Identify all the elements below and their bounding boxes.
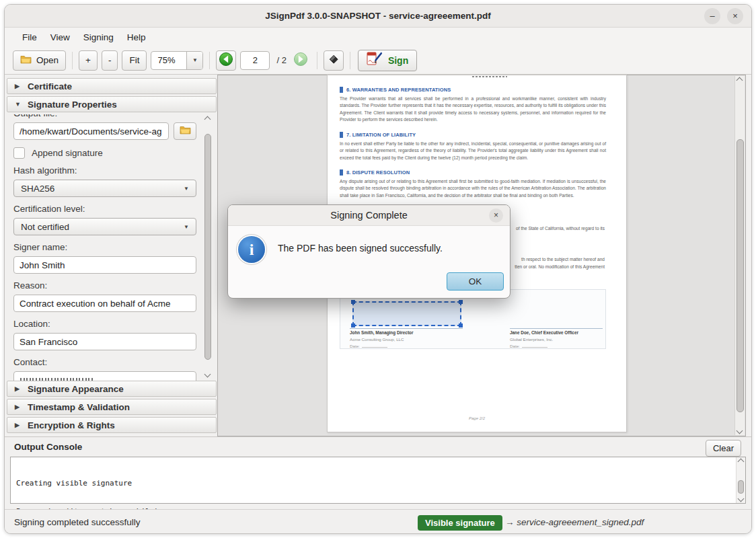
pdf-section-dispute: 8. DISPUTE RESOLUTION Any dispute arisin… <box>340 169 606 199</box>
ok-button[interactable]: OK <box>447 272 504 291</box>
reason-input[interactable] <box>13 295 196 312</box>
menu-view[interactable]: View <box>44 30 77 44</box>
scroll-up-icon[interactable] <box>204 116 211 123</box>
panel-label: Encryption & Rights <box>28 420 115 430</box>
console-line: Creating visible signature <box>16 479 740 488</box>
panel-header-certificate[interactable]: ▶ Certificate <box>7 78 217 94</box>
browse-output-button[interactable] <box>174 122 196 140</box>
chevron-down-icon: ▼ <box>192 57 198 63</box>
console-scrollbar[interactable] <box>736 457 745 503</box>
zoom-in-button[interactable]: + <box>79 50 98 71</box>
append-signature-checkbox[interactable] <box>13 147 25 159</box>
zoom-in-label: + <box>85 55 91 65</box>
signer-right-company: Global Enterprises, Inc. <box>510 337 553 342</box>
output-file-input[interactable] <box>13 122 169 140</box>
menu-file[interactable]: File <box>15 30 44 44</box>
open-label: Open <box>36 55 59 65</box>
menu-help[interactable]: Help <box>120 30 153 44</box>
date-blank-line <box>362 344 387 348</box>
fit-button[interactable]: Fit <box>122 50 147 71</box>
pdf-scrollbar[interactable] <box>734 76 745 435</box>
resize-handle[interactable] <box>459 300 463 304</box>
sidebar-scrollbar-thumb[interactable] <box>204 134 211 360</box>
chevron-right-icon: ▶ <box>15 83 22 89</box>
sign-pen-icon <box>367 52 383 69</box>
section-bullet <box>340 169 343 176</box>
pdf-section-warranties: 6. WARRANTIES AND REPRESENTATIONS The Pr… <box>340 86 606 124</box>
clear-console-button[interactable]: Clear <box>706 440 741 457</box>
close-icon: × <box>732 11 738 21</box>
minimize-button[interactable]: – <box>704 8 720 24</box>
section-body: Any dispute arising out of or relating t… <box>340 178 606 199</box>
scroll-down-icon[interactable] <box>204 371 211 378</box>
contact-input-clipped <box>13 371 196 381</box>
dialog-title: Signing Complete <box>228 205 510 226</box>
zoom-combo-arrow[interactable]: ▼ <box>186 52 202 69</box>
zoom-out-button[interactable]: - <box>102 50 118 71</box>
console-scrollbar-thumb[interactable] <box>738 480 744 494</box>
minimize-icon: – <box>710 11 714 21</box>
zoom-level-value: 75% <box>151 52 186 69</box>
pdf-section-liability: 7. LIMITATION OF LIABILITY In no event s… <box>340 131 606 161</box>
output-console-title: Output Console <box>14 442 82 452</box>
dialog-titlebar[interactable]: Signing Complete <box>228 205 510 226</box>
signer-left-date: Date: <box>350 344 387 348</box>
fit-label: Fit <box>129 55 139 65</box>
visible-signature-badge: Visible signature <box>418 515 502 531</box>
output-console[interactable]: Creating visible signature Processing (i… <box>10 457 746 504</box>
panel-header-timestamp-validation[interactable]: ▶ Timestamp & Validation <box>7 399 217 415</box>
visible-signature-placement-rect[interactable] <box>352 301 461 326</box>
location-input[interactable] <box>13 333 196 350</box>
scroll-down-icon[interactable] <box>738 496 745 502</box>
resize-handle[interactable] <box>459 323 463 328</box>
page-number-input[interactable] <box>240 51 270 70</box>
scroll-down-icon[interactable] <box>736 428 743 434</box>
certification-level-label: Certification level: <box>13 204 196 215</box>
chevron-right-icon: ▶ <box>15 385 22 392</box>
panel-header-signature-appearance[interactable]: ▶ Signature Appearance <box>7 381 217 397</box>
signer-right-name: Jane Doe, Chief Executive Officer <box>510 330 578 335</box>
chevron-down-icon: ▼ <box>15 101 22 108</box>
sign-button[interactable]: Sign <box>358 50 417 71</box>
next-page-button[interactable] <box>291 50 311 71</box>
info-icon: i <box>238 236 265 263</box>
app-window: JSignPdf 3.0.0-SNAPSHOT - service-agreee… <box>4 4 752 534</box>
titlebar[interactable]: JSignPdf 3.0.0-SNAPSHOT - service-agreee… <box>5 5 751 28</box>
resize-handle[interactable] <box>351 323 355 328</box>
section-bullet <box>340 87 343 93</box>
signing-complete-dialog: Signing Complete × i The PDF has been si… <box>227 204 511 299</box>
dialog-close-button[interactable]: × <box>489 208 503 223</box>
open-button[interactable]: Open <box>13 50 66 71</box>
chevron-right-icon: ▶ <box>15 422 22 428</box>
toolbar-separator <box>317 52 317 69</box>
output-console-header: Output Console Clear <box>5 436 751 457</box>
signer-name-label: Signer name: <box>13 242 196 253</box>
output-file-label: Output file: <box>13 114 196 119</box>
status-message: Signing completed successfully <box>14 510 141 534</box>
reason-label: Reason: <box>13 280 196 291</box>
eraser-button[interactable] <box>324 50 344 71</box>
resize-handle[interactable] <box>351 300 355 304</box>
scroll-up-icon[interactable] <box>736 77 743 84</box>
zoom-level-combo[interactable]: 75% ▼ <box>151 51 203 70</box>
clipped-text-fragment <box>472 76 507 77</box>
folder-icon <box>180 125 191 137</box>
close-button[interactable]: × <box>727 8 743 24</box>
panel-label: Timestamp & Validation <box>28 402 130 412</box>
hash-algorithm-select[interactable]: SHA256 ▼ <box>13 180 196 197</box>
contact-input[interactable] <box>13 371 196 381</box>
signer-name-input[interactable] <box>13 256 196 274</box>
signer-left-company: Acme Consulting Group, LLC <box>350 337 404 342</box>
panel-header-encryption-rights[interactable]: ▶ Encryption & Rights <box>7 417 217 433</box>
signed-file-name: → service-agreeement_signed.pdf <box>505 510 644 534</box>
menu-signing[interactable]: Signing <box>77 30 120 44</box>
menu-bar: File View Signing Help <box>5 28 751 46</box>
pdf-scrollbar-thumb[interactable] <box>736 139 744 412</box>
previous-page-button[interactable] <box>216 50 236 71</box>
certification-level-select[interactable]: Not certified ▼ <box>13 218 196 235</box>
panel-header-signature-properties[interactable]: ▼ Signature Properties <box>7 96 217 112</box>
scroll-up-icon[interactable] <box>738 459 745 465</box>
sidebar-scrollbar[interactable] <box>203 115 213 379</box>
sidebar: ▶ Certificate ▼ Signature Properties Out… <box>6 75 217 436</box>
zoom-out-label: - <box>108 55 112 65</box>
